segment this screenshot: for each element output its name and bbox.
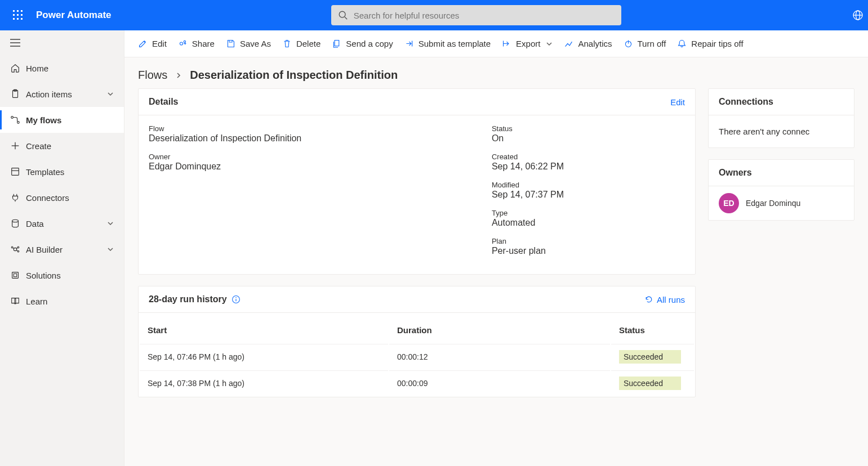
repair-tips-button[interactable]: Repair tips off <box>677 39 743 48</box>
sidebar-item-action-items[interactable]: Action items <box>0 81 124 107</box>
sidebar-item-label: Data <box>26 219 107 228</box>
svg-rect-8 <box>21 18 23 20</box>
save-icon <box>226 39 235 48</box>
svg-line-31 <box>16 248 17 248</box>
breadcrumb-root[interactable]: Flows <box>138 69 167 82</box>
chevron-down-icon <box>546 41 553 47</box>
sidebar-item-ai-builder[interactable]: AI Builder <box>0 236 124 262</box>
svg-point-43 <box>235 297 237 298</box>
svg-line-30 <box>13 248 14 248</box>
table-row[interactable]: Sep 14, 07:46 PM (1 h ago) 00:00:12 Succ… <box>140 344 694 369</box>
pencil-icon <box>138 39 148 48</box>
sidebar-item-label: AI Builder <box>26 245 107 254</box>
export-button[interactable]: Export <box>502 39 553 48</box>
type-value: Automated <box>492 218 685 228</box>
owners-card: Owners ED Edgar Dominqu <box>708 159 854 221</box>
all-runs-link[interactable]: All runs <box>644 295 685 304</box>
app-header: Power Automate <box>0 0 868 30</box>
connections-empty: There aren't any connec <box>719 124 844 138</box>
home-icon <box>10 63 26 73</box>
chevron-down-icon <box>107 91 114 97</box>
info-icon[interactable] <box>232 295 241 304</box>
svg-point-29 <box>17 250 19 252</box>
owners-title: Owners <box>719 168 752 178</box>
type-label: Type <box>492 209 685 217</box>
svg-line-10 <box>345 17 347 19</box>
app-title: Power Automate <box>36 10 112 21</box>
analytics-button[interactable]: Analytics <box>564 39 612 48</box>
clipboard-icon <box>10 89 26 99</box>
owner-row[interactable]: ED Edgar Dominqu <box>709 186 854 220</box>
svg-rect-6 <box>13 18 15 20</box>
details-card: Details Edit Flow Deserialization of Ins… <box>138 88 696 275</box>
sidebar-item-my-flows[interactable]: My flows <box>0 107 124 133</box>
sidebar-item-label: Solutions <box>26 271 114 280</box>
search-input[interactable] <box>354 11 615 20</box>
avatar: ED <box>719 193 739 213</box>
svg-point-36 <box>184 41 185 42</box>
svg-rect-1 <box>17 10 19 12</box>
sidebar-item-templates[interactable]: Templates <box>0 159 124 185</box>
solutions-icon <box>10 270 26 280</box>
sidebar-item-data[interactable]: Data <box>0 210 124 236</box>
created-label: Created <box>492 153 685 161</box>
submit-template-button[interactable]: Submit as template <box>404 39 491 48</box>
run-history-table: Start Duration Status Sep 14, 07:46 PM (… <box>139 313 695 397</box>
breadcrumb: Flows Deserialization of Inspection Defi… <box>124 57 868 88</box>
delete-button[interactable]: Delete <box>282 39 321 48</box>
copy-icon <box>332 39 341 48</box>
details-title: Details <box>149 97 178 107</box>
turn-off-button[interactable]: Turn off <box>624 39 666 48</box>
status-badge: Succeeded <box>619 377 681 390</box>
sidebar-item-solutions[interactable]: Solutions <box>0 262 124 288</box>
svg-point-35 <box>180 42 182 45</box>
sidebar-item-label: Create <box>26 141 114 151</box>
plus-icon <box>10 141 26 151</box>
search-box[interactable] <box>331 5 621 25</box>
col-start: Start <box>140 314 388 343</box>
modified-value: Sep 14, 07:37 PM <box>492 190 685 200</box>
send-copy-button[interactable]: Send a copy <box>332 39 393 48</box>
search-icon <box>338 10 348 20</box>
waffle-icon[interactable] <box>5 2 32 29</box>
flow-label: Flow <box>149 124 458 133</box>
save-as-button[interactable]: Save As <box>226 39 271 48</box>
toolbar: Edit Share Save As Delete Send a copy Su… <box>124 30 868 57</box>
status-badge: Succeeded <box>619 350 681 364</box>
sidebar-item-label: Templates <box>26 167 114 177</box>
svg-rect-3 <box>13 14 15 16</box>
status-value: On <box>492 133 685 144</box>
data-icon <box>10 218 26 228</box>
share-button[interactable]: Share <box>178 39 215 48</box>
svg-rect-33 <box>12 272 19 279</box>
breadcrumb-current: Deserialization of Inspection Definition <box>190 69 398 82</box>
table-row[interactable]: Sep 14, 07:38 PM (1 h ago) 00:00:09 Succ… <box>140 370 694 396</box>
sidebar-item-connectors[interactable]: Connectors <box>0 185 124 210</box>
modified-label: Modified <box>492 181 685 189</box>
bell-icon <box>677 39 687 48</box>
sidebar-item-create[interactable]: Create <box>0 133 124 159</box>
edit-button[interactable]: Edit <box>138 39 167 48</box>
svg-point-20 <box>17 122 20 124</box>
connections-card: Connections There aren't any connec <box>708 88 854 148</box>
export-icon <box>502 39 511 48</box>
sidebar-item-home[interactable]: Home <box>0 55 124 81</box>
environment-icon[interactable] <box>841 10 863 21</box>
hamburger-icon[interactable] <box>0 30 124 55</box>
templates-icon <box>10 167 26 177</box>
svg-point-26 <box>14 248 16 250</box>
refresh-icon <box>644 295 653 304</box>
sidebar-item-label: Action items <box>26 89 107 99</box>
col-duration: Duration <box>389 314 610 343</box>
chevron-down-icon <box>107 220 114 227</box>
status-label: Status <box>492 124 685 133</box>
run-history-title: 28-day run history <box>149 294 227 304</box>
trash-icon <box>282 39 292 48</box>
analytics-icon <box>564 39 573 48</box>
details-edit-link[interactable]: Edit <box>670 97 685 107</box>
svg-point-27 <box>11 247 13 248</box>
owner-value: Edgar Dominquez <box>149 162 458 172</box>
chevron-down-icon <box>107 246 114 253</box>
sidebar-item-learn[interactable]: Learn <box>0 288 124 314</box>
connectors-icon <box>10 192 26 203</box>
